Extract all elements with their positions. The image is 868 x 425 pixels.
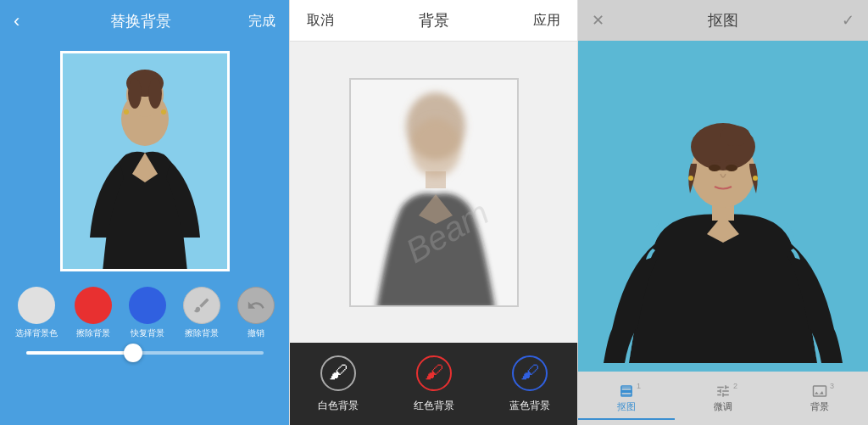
tool-label-select: 选择背景色 [15,327,58,339]
tab-adjust-label: 微调 [714,400,732,413]
panel3-header: ✕ 抠图 ✓ [578,0,868,41]
panel-replace-bg: ‹ 替换背景 完成 [0,0,289,425]
svg-point-27 [753,176,758,181]
svg-point-6 [124,109,129,115]
cutout-tab-icon-wrap: 1 [619,383,634,399]
panel1-header: ‹ 替换背景 完成 [0,0,289,42]
color-circle-red[interactable] [75,287,112,324]
panel2-header: 取消 背景 应用 [290,0,577,42]
tab-cutout[interactable]: 1 抠图 [578,378,675,420]
undo-icon [247,296,265,315]
tool-undo[interactable]: 撤销 [237,287,275,339]
brush-circle-light[interactable] [183,287,220,324]
blue-bg-icon: 🖌 [509,353,550,394]
panel3-bottom-bar: 1 抠图 2 微调 3 背 [578,372,868,425]
brush-icon-light [192,296,211,315]
adjust-tab-icon-wrap: 2 [715,383,731,399]
portrait-svg-2: Beam [351,80,519,307]
adjust-tab-icon [715,383,731,399]
close-icon[interactable]: ✕ [592,11,604,30]
slider-fill [26,351,133,355]
panel2-photo-inner: Beam [351,80,517,305]
tab-cutout-label: 抠图 [617,400,636,413]
panel2-photo-area: Beam [341,42,527,343]
tool-label-erase: 擦除背景 [76,327,110,339]
panel-cutout: ✕ 抠图 ✓ [578,0,868,425]
color-circle-white[interactable] [18,287,55,324]
slider-track [26,351,264,355]
tool-erase-bg[interactable]: 擦除背景 [75,287,112,339]
undo-circle[interactable] [237,287,275,324]
slider-thumb[interactable] [124,344,142,362]
bg-tab-icon-wrap: 3 [812,383,827,399]
tool-label-undo: 撤销 [248,327,264,339]
tab-num-2: 2 [733,382,737,390]
color-circle-blue[interactable] [129,287,166,324]
bg-option-white[interactable]: 🖌 白色背景 [318,353,359,413]
tool-select-bg-color[interactable]: 选择背景色 [15,287,58,339]
back-button[interactable]: ‹ [14,10,39,32]
white-bg-label: 白色背景 [318,399,359,413]
confirm-icon[interactable]: ✓ [842,11,854,30]
panel1-title: 替换背景 [39,11,242,31]
white-brush-icon: 🖌 [320,355,357,392]
blue-bg-label: 蓝色背景 [509,399,550,413]
tool-label-brush-erase: 擦除背景 [185,327,219,339]
panel3-photo-bg [578,41,868,372]
tab-num-3: 3 [830,382,834,390]
done-button[interactable]: 完成 [242,13,275,31]
svg-text:🖌: 🖌 [425,361,443,383]
white-bg-icon: 🖌 [318,353,359,394]
bg-option-red[interactable]: 🖌 红色背景 [414,353,454,413]
apply-button[interactable]: 应用 [533,12,560,30]
svg-point-24 [709,165,721,171]
bg-tab-icon [812,383,827,399]
svg-point-26 [688,176,693,181]
svg-point-10 [410,118,461,177]
tab-num-1: 1 [637,382,641,390]
svg-point-3 [128,78,142,109]
panel2-photo: Beam [349,78,519,307]
svg-point-25 [726,165,737,171]
svg-rect-11 [426,171,446,188]
person-svg-1 [77,53,213,269]
tab-bg[interactable]: 3 背景 [771,378,868,420]
tools-row: 选择背景色 擦除背景 快复背景 擦除背景 撤销 [15,287,275,339]
bg-option-blue[interactable]: 🖌 蓝色背景 [509,353,550,413]
panel3-photo-area [578,41,868,372]
photo-frame-1 [60,51,230,271]
blue-brush-icon: 🖌 [511,355,548,392]
panel2-title: 背景 [419,10,449,31]
panel3-title: 抠图 [708,10,738,31]
tab-bg-label: 背景 [810,400,829,413]
panel-background: 取消 背景 应用 [289,0,578,425]
cancel-button[interactable]: 取消 [307,12,334,30]
red-bg-icon: 🖌 [414,353,454,394]
cutout-tab-icon [619,383,634,399]
tab-adjust[interactable]: 2 微调 [675,378,771,420]
tool-brush-erase[interactable]: 擦除背景 [183,287,220,339]
svg-point-4 [148,78,162,109]
red-brush-icon: 🖌 [415,355,453,392]
svg-rect-5 [138,129,152,144]
red-bg-label: 红色背景 [414,399,454,413]
portrait-svg-3 [578,41,868,363]
svg-text:🖌: 🖌 [329,361,348,383]
photo-inner-1 [63,53,227,269]
svg-point-7 [161,109,166,115]
svg-text:🖌: 🖌 [520,361,539,383]
svg-point-23 [720,126,750,146]
panel3-tabs: 1 抠图 2 微调 3 背 [578,378,868,420]
panel2-bottom-bar: 🖌 白色背景 🖌 红色背景 🖌 蓝色背景 [290,343,577,425]
tool-label-restore: 快复背景 [131,327,164,339]
tool-restore-bg[interactable]: 快复背景 [129,287,166,339]
slider-row [26,351,264,355]
